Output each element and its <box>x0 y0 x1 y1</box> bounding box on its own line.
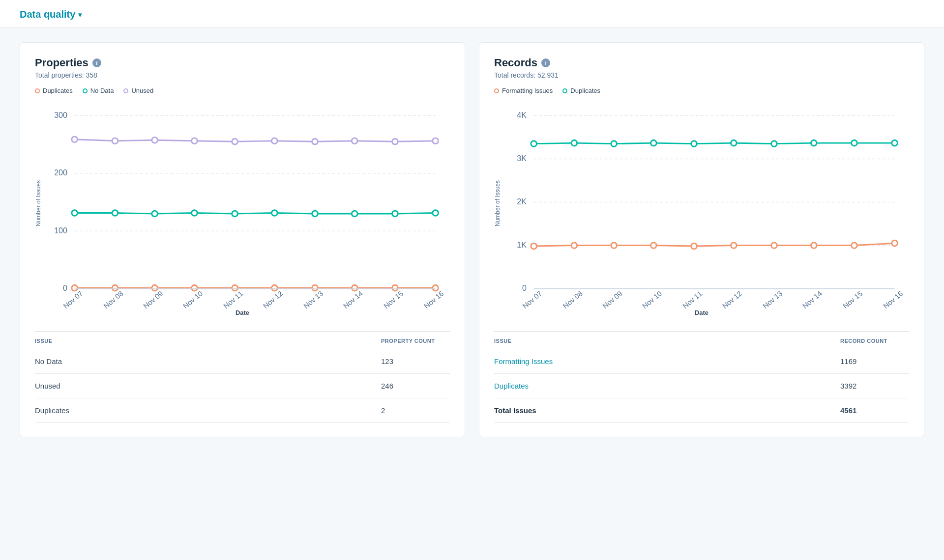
properties-chart-svg: 0 100 200 300 Nov 07 Nov 08 Nov 09 Nov 1… <box>46 101 450 303</box>
svg-point-24 <box>312 139 318 144</box>
legend-label-no-data: No Data <box>90 87 114 94</box>
properties-chart-container: Number of Issues 0 100 200 300 <box>35 101 450 316</box>
svg-text:300: 300 <box>54 111 67 119</box>
main-content: Properties i Total properties: 358 Dupli… <box>0 28 944 452</box>
properties-table-header: ISSUE PROPERTY COUNT <box>35 332 450 349</box>
svg-point-26 <box>392 139 398 144</box>
svg-point-20 <box>152 137 158 143</box>
legend-label-formatting: Formatting Issues <box>502 87 553 94</box>
svg-text:2K: 2K <box>517 197 527 206</box>
svg-text:Nov 13: Nov 13 <box>761 289 784 310</box>
row-issue-formatting[interactable]: Formatting Issues <box>494 357 840 365</box>
svg-point-73 <box>691 141 697 147</box>
table-row: Duplicates 2 <box>35 398 450 423</box>
row-count-no-data: 123 <box>381 357 450 365</box>
svg-point-88 <box>892 240 898 246</box>
properties-x-axis-label: Date <box>35 309 450 316</box>
svg-point-29 <box>112 210 118 216</box>
svg-point-28 <box>72 210 78 216</box>
svg-point-44 <box>312 285 318 291</box>
svg-point-72 <box>651 140 657 146</box>
records-table-header: ISSUE RECORD COUNT <box>494 332 909 349</box>
legend-item-records-duplicates: Duplicates <box>562 87 600 94</box>
svg-text:Nov 15: Nov 15 <box>841 289 864 310</box>
svg-point-25 <box>352 138 357 144</box>
records-chart-inner: 0 1K 2K 3K 4K Nov 07 Nov 08 Nov 09 Nov 1… <box>505 101 909 305</box>
row-count-formatting: 1169 <box>840 357 909 365</box>
records-table: ISSUE RECORD COUNT Formatting Issues 116… <box>494 331 909 423</box>
properties-subtitle: Total properties: 358 <box>35 71 450 79</box>
svg-point-86 <box>811 243 817 249</box>
properties-chart-inner: 0 100 200 300 Nov 07 Nov 08 Nov 09 Nov 1… <box>46 101 450 305</box>
page-header: Data quality ▾ <box>0 0 944 28</box>
records-x-axis-label: Date <box>494 309 909 316</box>
svg-text:Nov 10: Nov 10 <box>181 289 204 310</box>
properties-legend: Duplicates No Data Unused <box>35 87 450 94</box>
records-chart-area: Number of Issues 0 1K 2K 3K <box>494 101 909 305</box>
table-row: Formatting Issues 1169 <box>494 349 909 374</box>
svg-text:Nov 12: Nov 12 <box>721 289 743 310</box>
records-y-axis-label: Number of Issues <box>494 101 501 305</box>
svg-text:1K: 1K <box>517 240 527 249</box>
svg-point-85 <box>771 243 777 249</box>
properties-col-issue-header: ISSUE <box>35 338 381 344</box>
svg-text:0: 0 <box>522 283 527 292</box>
row-issue-records-duplicates[interactable]: Duplicates <box>494 382 840 390</box>
table-row: Duplicates 3392 <box>494 374 909 398</box>
svg-text:Nov 08: Nov 08 <box>561 289 584 310</box>
properties-chart-area: Number of Issues 0 100 200 300 <box>35 101 450 305</box>
svg-point-40 <box>152 285 158 291</box>
svg-point-18 <box>72 137 78 142</box>
svg-point-39 <box>112 285 118 291</box>
svg-text:Nov 11: Nov 11 <box>222 289 244 310</box>
svg-point-21 <box>192 138 198 144</box>
properties-col-count-header: PROPERTY COUNT <box>381 338 450 344</box>
svg-text:Nov 11: Nov 11 <box>681 289 704 310</box>
svg-point-83 <box>691 243 697 249</box>
page-title-dropdown[interactable]: Data quality ▾ <box>20 9 924 20</box>
svg-point-30 <box>152 211 158 217</box>
svg-point-80 <box>571 243 577 249</box>
svg-point-70 <box>571 140 577 146</box>
legend-dot-no-data <box>83 88 88 93</box>
svg-point-45 <box>352 285 357 291</box>
records-duplicates-line <box>534 143 895 143</box>
table-row: Unused 246 <box>35 374 450 398</box>
svg-point-42 <box>232 285 238 291</box>
records-chart-container: Number of Issues 0 1K 2K 3K <box>494 101 909 316</box>
legend-label-records-duplicates: Duplicates <box>570 87 600 94</box>
records-total-row: Total Issues 4561 <box>494 398 909 423</box>
properties-y-axis-label: Number of Issues <box>35 101 42 305</box>
svg-point-46 <box>392 285 398 291</box>
legend-item-formatting: Formatting Issues <box>494 87 553 94</box>
svg-text:Nov 16: Nov 16 <box>422 289 445 310</box>
records-legend: Formatting Issues Duplicates <box>494 87 909 94</box>
properties-table: ISSUE PROPERTY COUNT No Data 123 Unused … <box>35 331 450 423</box>
row-issue-no-data: No Data <box>35 357 381 365</box>
svg-point-69 <box>531 141 537 147</box>
svg-text:Nov 15: Nov 15 <box>382 289 405 310</box>
svg-point-36 <box>392 211 398 217</box>
row-issue-total: Total Issues <box>494 406 840 415</box>
svg-point-19 <box>112 138 118 144</box>
legend-item-no-data: No Data <box>83 87 114 94</box>
legend-label-duplicates: Duplicates <box>43 87 73 94</box>
records-card-title: Records i <box>494 56 909 69</box>
properties-info-icon[interactable]: i <box>92 58 101 67</box>
svg-point-38 <box>72 285 78 291</box>
svg-text:Nov 13: Nov 13 <box>302 289 324 310</box>
svg-text:Nov 14: Nov 14 <box>342 289 364 310</box>
records-info-icon[interactable]: i <box>541 58 550 67</box>
properties-card-title: Properties i <box>35 56 450 69</box>
svg-point-41 <box>192 285 198 291</box>
legend-label-unused: Unused <box>131 87 153 94</box>
svg-point-27 <box>433 138 439 144</box>
svg-text:0: 0 <box>63 283 67 292</box>
records-title-text: Records <box>494 56 537 69</box>
svg-text:3K: 3K <box>517 154 527 163</box>
records-col-count-header: RECORD COUNT <box>840 338 909 344</box>
svg-point-43 <box>271 285 277 291</box>
svg-text:Nov 09: Nov 09 <box>601 289 623 310</box>
svg-point-74 <box>731 140 737 146</box>
records-subtitle: Total records: 52.931 <box>494 71 909 79</box>
